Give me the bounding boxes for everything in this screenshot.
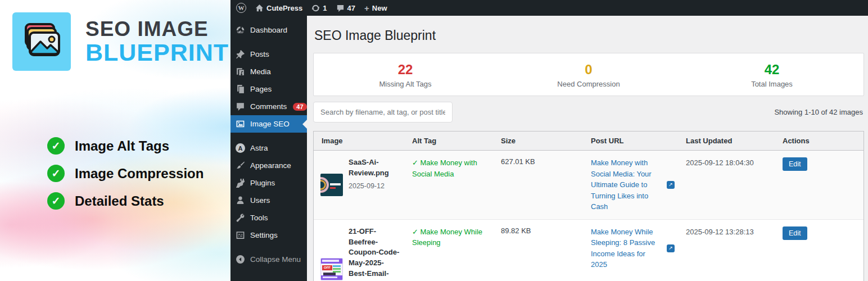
search-input[interactable] bbox=[313, 102, 453, 123]
feature-label: Image Alt Tags bbox=[75, 138, 169, 154]
last-updated-cell: 2025-09-12 13:28:13 bbox=[680, 220, 777, 281]
sidebar-label: Pages bbox=[250, 85, 272, 93]
comment-count: 47 bbox=[347, 4, 355, 12]
check-icon: ✓ bbox=[47, 192, 65, 210]
admin-content: SEO Image Blueprint 22 Missing Alt Tags … bbox=[307, 16, 868, 281]
stat-missing-alt-tags: 22 Missing Alt Tags bbox=[314, 61, 497, 88]
comments-icon bbox=[236, 102, 245, 111]
file-date: 2025-09-12 bbox=[349, 182, 401, 190]
sidebar-item-dashboard[interactable]: Dashboard bbox=[230, 21, 307, 39]
sidebar-item-image-seo[interactable]: Image SEO bbox=[230, 115, 307, 133]
stat-value: 22 bbox=[314, 61, 497, 78]
post-url-cell: Make Money with Social Media: Your Ultim… bbox=[585, 151, 680, 219]
size-cell: 89.82 KB bbox=[495, 220, 585, 281]
page-title: SEO Image Blueprint bbox=[313, 22, 864, 43]
filename: 21-OFF-Beefree-Coupon-Code-May-2025-Best… bbox=[349, 226, 401, 281]
updates-link[interactable]: 1 bbox=[311, 4, 327, 12]
sidebar-label: Image SEO bbox=[250, 120, 290, 128]
wrench-icon bbox=[236, 213, 245, 223]
image-thumbnail: OFF bbox=[320, 258, 343, 280]
collapse-icon bbox=[236, 255, 245, 264]
post-title: Make Money While Sleeping: 8 Passive Inc… bbox=[591, 228, 655, 269]
wordpress-menu[interactable]: W bbox=[236, 3, 246, 13]
external-link-icon: ↗ bbox=[667, 181, 675, 189]
brush-icon bbox=[236, 161, 245, 170]
sidebar-item-tools[interactable]: Tools bbox=[230, 209, 307, 226]
column-header-image: Image bbox=[314, 132, 406, 150]
edit-button[interactable]: Edit bbox=[783, 226, 807, 240]
sidebar-item-collapse-menu[interactable]: Collapse Menu bbox=[230, 251, 307, 268]
filename: SaaS-Ai-Review.png bbox=[349, 157, 401, 179]
sidebar-item-media[interactable]: Media bbox=[230, 63, 307, 80]
post-url-cell: Make Money While Sleeping: 8 Passive Inc… bbox=[585, 220, 680, 281]
new-content-link[interactable]: + New bbox=[364, 4, 387, 12]
table-header-row: Image Alt Tag Size Post URL Last Updated… bbox=[314, 132, 864, 151]
stat-need-compression: 0 Need Compression bbox=[497, 61, 680, 88]
comments-link[interactable]: 47 bbox=[336, 4, 355, 12]
sidebar-item-appearance[interactable]: Appearance bbox=[230, 157, 307, 174]
sidebar-separator bbox=[230, 133, 307, 139]
site-name-link[interactable]: CutePress bbox=[255, 4, 302, 12]
feature-label: Image Compression bbox=[75, 166, 204, 182]
file-meta: SaaS-Ai-Review.png 2025-09-12 bbox=[349, 157, 401, 212]
check-icon: ✓ bbox=[47, 165, 65, 182]
plugin-banner: SEO IMAGE BLUEPRINT ✓ Image Alt Tags ✓ I… bbox=[0, 0, 868, 281]
site-name: CutePress bbox=[266, 4, 302, 12]
admin-bar: W CutePress 1 47 + New bbox=[230, 0, 868, 16]
alt-tag-cell: ✓ Make Money While Sleeping bbox=[406, 220, 495, 281]
astra-icon: A bbox=[236, 143, 245, 153]
promo-title: SEO IMAGE BLUEPRINT bbox=[85, 19, 229, 65]
stacked-photos-icon bbox=[21, 23, 62, 60]
size-cell: 627.01 KB bbox=[495, 151, 585, 219]
sidebar-separator bbox=[230, 39, 307, 46]
promo-header: SEO IMAGE BLUEPRINT bbox=[0, 0, 230, 71]
sidebar-label: Plugins bbox=[250, 179, 275, 187]
sidebar-item-settings[interactable]: Settings bbox=[230, 226, 307, 244]
column-header-post-url: Post URL bbox=[585, 132, 680, 150]
wp-letter: W bbox=[238, 4, 245, 11]
stat-label: Total Images bbox=[680, 80, 864, 88]
update-count: 1 bbox=[323, 4, 327, 12]
sidebar-label: Users bbox=[250, 196, 270, 205]
sidebar-item-pages[interactable]: Pages bbox=[230, 80, 307, 98]
user-icon bbox=[236, 196, 245, 205]
sidebar-label: Collapse Menu bbox=[250, 255, 301, 264]
stats-card: 22 Missing Alt Tags 0 Need Compression 4… bbox=[313, 53, 864, 96]
feature-item: ✓ Image Alt Tags bbox=[47, 137, 230, 155]
astra-letter: A bbox=[238, 145, 243, 152]
feature-list: ✓ Image Alt Tags ✓ Image Compression ✓ D… bbox=[47, 137, 230, 210]
feature-label: Detailed Stats bbox=[75, 193, 164, 209]
plus-icon: + bbox=[364, 4, 369, 12]
comments-badge: 47 bbox=[293, 103, 306, 111]
external-link-icon: ↗ bbox=[667, 244, 675, 252]
post-link[interactable]: Make Money While Sleeping: 8 Passive Inc… bbox=[591, 226, 675, 270]
promo-title-line1: SEO IMAGE bbox=[85, 19, 229, 39]
sidebar-item-posts[interactable]: Posts bbox=[230, 46, 307, 63]
sidebar-item-users[interactable]: Users bbox=[230, 192, 307, 209]
media-icon bbox=[236, 67, 245, 76]
actions-cell: Edit bbox=[777, 220, 864, 281]
sidebar-item-comments[interactable]: Comments 47 bbox=[230, 98, 307, 115]
toolbar: Showing 1-10 of 42 images bbox=[313, 102, 864, 123]
wp-admin: W CutePress 1 47 + New bbox=[230, 0, 868, 281]
sidebar-label: Dashboard bbox=[250, 26, 287, 34]
stat-value: 0 bbox=[497, 61, 680, 78]
admin-sidebar: Dashboard Posts Media Pages Comment bbox=[230, 16, 307, 281]
dashboard-icon bbox=[236, 25, 245, 35]
wordpress-logo-icon: W bbox=[236, 3, 246, 13]
actions-cell: Edit bbox=[777, 151, 864, 219]
column-header-actions: Actions bbox=[777, 132, 864, 150]
sidebar-label: Comments bbox=[250, 102, 287, 111]
sidebar-item-astra[interactable]: A Astra bbox=[230, 139, 307, 157]
column-header-size: Size bbox=[495, 132, 585, 150]
edit-button[interactable]: Edit bbox=[783, 157, 807, 171]
stat-total-images: 42 Total Images bbox=[680, 61, 864, 88]
alt-tag-cell: ✓ Make Money with Social Media bbox=[406, 151, 495, 219]
column-header-last-updated: Last Updated bbox=[680, 132, 777, 150]
post-link[interactable]: Make Money with Social Media: Your Ultim… bbox=[591, 157, 675, 212]
image-seo-icon bbox=[236, 119, 245, 129]
sidebar-item-plugins[interactable]: Plugins bbox=[230, 174, 307, 192]
stat-value: 42 bbox=[680, 61, 864, 78]
wp-body: Dashboard Posts Media Pages Comment bbox=[230, 16, 868, 281]
sidebar-label: Posts bbox=[250, 50, 269, 58]
